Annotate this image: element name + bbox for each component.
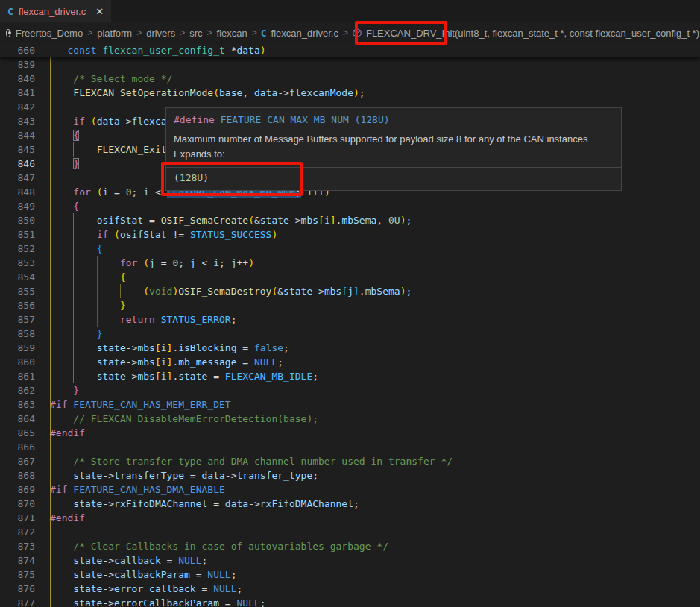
code-text: // FLEXCAN_DisableMemErrorDetection(base… (35, 412, 700, 426)
code-line[interactable]: 851 if (osifStat != STATUS_SUCCESS) (0, 227, 700, 242)
code-line[interactable]: 872 (0, 525, 700, 539)
line-number: 843 (0, 114, 35, 128)
code-line[interactable]: 850 osifStat = OSIF_SemaCreate(&state->m… (0, 213, 700, 227)
code-line[interactable]: 860 state->mbs[i].mb_message = NULL; (0, 355, 700, 369)
line-number: 848 (0, 185, 35, 199)
code-text: state->rxFifoDMAChannel = data->rxFifoDM… (35, 497, 700, 511)
line-number: 851 (0, 227, 35, 242)
breadcrumb-item-flexcan[interactable]: flexcan (216, 28, 248, 39)
code-line[interactable]: 841 FLEXCAN_SetOperationMode(base, data-… (0, 86, 700, 100)
breadcrumb-item-file[interactable]: flexcan_driver.c (271, 28, 339, 39)
code-text: { (35, 270, 700, 284)
line-number: 867 (0, 454, 35, 468)
code-text: state->transferType = data->transfer_typ… (35, 468, 700, 482)
code-line[interactable]: 875 state->callbackParam = NULL; (0, 567, 700, 582)
line-number: 875 (0, 567, 35, 582)
code-text: state->errorCallbackParam = NULL; (35, 596, 700, 607)
tab-title: flexcan_driver.c (19, 6, 86, 17)
sticky-scroll-line[interactable]: 660 const flexcan_user_config_t *data) (0, 43, 700, 57)
code-line[interactable]: 660 const flexcan_user_config_t *data) (0, 43, 700, 57)
code-line[interactable]: 857 return STATUS_ERROR; (0, 312, 700, 327)
code-text: const flexcan_user_config_t *data) (35, 43, 700, 57)
line-number: 857 (0, 312, 35, 327)
macro-doc-text: Maximum number of Message Buffers suppor… (174, 132, 614, 147)
line-number: 860 (0, 355, 35, 369)
code-line[interactable]: 858 } (0, 327, 700, 341)
indent-guide (97, 256, 98, 327)
code-line[interactable]: 862 } (0, 383, 700, 397)
breadcrumb-separator: > (83, 28, 96, 38)
code-text: state->mbs[i].state = FLEXCAN_MB_IDLE; (35, 369, 700, 383)
code-line[interactable]: 856 } (0, 298, 700, 312)
macro-value: (128U) (349, 114, 390, 125)
code-text (35, 525, 700, 539)
line-number: 876 (0, 582, 35, 596)
code-text: } (35, 327, 700, 341)
code-line[interactable]: 867 /* Store transfer type and DMA chann… (0, 454, 700, 468)
line-number: 862 (0, 383, 35, 397)
line-number: 871 (0, 511, 35, 525)
line-number: 866 (0, 440, 35, 454)
line-number: 844 (0, 128, 35, 142)
code-line[interactable]: 849 { (0, 199, 700, 213)
line-number: 840 (0, 72, 35, 86)
code-text: (void)OSIF_SemaDestroy(&state->mbs[j].mb… (35, 284, 700, 298)
code-text: state->callback = NULL; (35, 553, 700, 567)
line-number: 873 (0, 539, 35, 553)
code-line[interactable]: 871#endif (0, 511, 700, 525)
breadcrumb-item-platform[interactable]: platform (96, 28, 133, 39)
code-line[interactable]: 854 { (0, 270, 700, 284)
breadcrumb-item-drivers[interactable]: drivers (145, 28, 176, 39)
breadcrumb-separator: > (133, 28, 145, 38)
code-line[interactable]: 853 for (j = 0; j < i; j++) (0, 256, 700, 270)
code-text: for (j = 0; j < i; j++) (35, 256, 700, 270)
c-file-icon: C (7, 6, 13, 17)
line-number: 855 (0, 284, 35, 298)
code-text: state->mbs[i].isBlocking = false; (35, 341, 700, 355)
code-line[interactable]: 868 state->transferType = data->transfer… (0, 468, 700, 482)
annotation-rect-breadcrumb (355, 21, 447, 45)
code-text: } (35, 298, 700, 312)
breadcrumb-separator: > (339, 28, 352, 38)
code-line[interactable]: 852 { (0, 242, 700, 256)
code-text: #if FEATURE_CAN_HAS_MEM_ERR_DET (35, 397, 700, 412)
tab-flexcan-driver[interactable]: C flexcan_driver.c ✕ (0, 0, 111, 22)
code-text: state->mbs[i].mb_message = NULL; (35, 355, 700, 369)
line-number: 858 (0, 327, 35, 341)
breadcrumb-item-src[interactable]: src (189, 28, 203, 39)
line-number: 868 (0, 468, 35, 482)
code-line[interactable]: 859 state->mbs[i].isBlocking = false; (0, 341, 700, 355)
close-icon[interactable]: ✕ (95, 6, 104, 17)
breadcrumb-separator: > (248, 28, 261, 38)
code-line[interactable]: 873 /* Clear Callbacks in case of autova… (0, 539, 700, 553)
code-line[interactable]: 877 state->errorCallbackParam = NULL; (0, 596, 700, 607)
code-text: /* Clear Callbacks in case of autovariab… (35, 539, 700, 553)
code-line[interactable]: 863#if FEATURE_CAN_HAS_MEM_ERR_DET (0, 397, 700, 412)
code-line[interactable]: 874 state->callback = NULL; (0, 553, 700, 567)
code-line[interactable]: 840 /* Select mode */ (0, 72, 700, 86)
code-text: /* Select mode */ (35, 72, 700, 86)
code-line[interactable]: 864 // FLEXCAN_DisableMemErrorDetection(… (0, 412, 700, 426)
code-line[interactable]: 855 (void)OSIF_SemaDestroy(&state->mbs[j… (0, 284, 700, 298)
code-text: } (35, 383, 700, 397)
record-icon (6, 29, 10, 37)
code-text: #endif (35, 511, 700, 525)
line-number: 660 (0, 43, 35, 57)
code-line[interactable]: 861 state->mbs[i].state = FLEXCAN_MB_IDL… (0, 369, 700, 383)
line-number: 863 (0, 397, 35, 412)
line-number: 853 (0, 256, 35, 270)
line-number: 856 (0, 298, 35, 312)
code-line[interactable]: 865#endif (0, 426, 700, 440)
indent-guide (120, 284, 121, 298)
breadcrumb-item-project[interactable]: Freertos_Demo (15, 28, 83, 39)
code-line[interactable]: 869#if FEATURE_CAN_HAS_DMA_ENABLE (0, 482, 700, 497)
code-line[interactable]: 876 state->error_callback = NULL; (0, 582, 700, 596)
code-line[interactable]: 866 (0, 440, 700, 454)
breadcrumb-separator: > (176, 28, 189, 38)
code-line[interactable]: 870 state->rxFifoDMAChannel = data->rxFi… (0, 497, 700, 511)
tooltip-define-line: #define FEATURE_CAN_MAX_MB_NUM (128U) (166, 108, 621, 129)
line-number: 852 (0, 242, 35, 256)
line-number: 839 (0, 57, 35, 72)
code-line[interactable]: 839 (0, 57, 700, 72)
line-number: 877 (0, 596, 35, 607)
